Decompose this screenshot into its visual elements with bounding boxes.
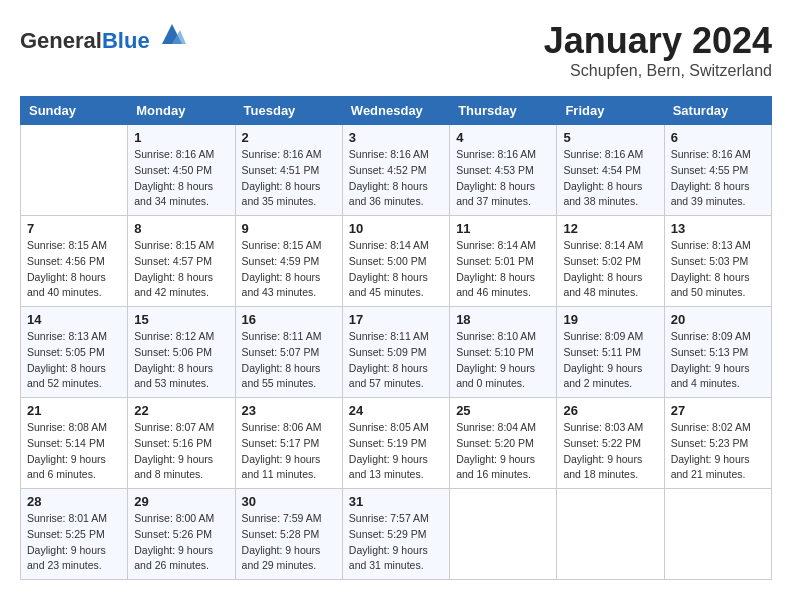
- calendar-cell: 29Sunrise: 8:00 AMSunset: 5:26 PMDayligh…: [128, 489, 235, 580]
- calendar-cell: 17Sunrise: 8:11 AMSunset: 5:09 PMDayligh…: [342, 307, 449, 398]
- calendar-cell: 21Sunrise: 8:08 AMSunset: 5:14 PMDayligh…: [21, 398, 128, 489]
- day-number: 5: [563, 130, 657, 145]
- day-info: Sunrise: 7:59 AMSunset: 5:28 PMDaylight:…: [242, 511, 336, 574]
- day-number: 18: [456, 312, 550, 327]
- calendar-cell: 2Sunrise: 8:16 AMSunset: 4:51 PMDaylight…: [235, 125, 342, 216]
- calendar-cell: 3Sunrise: 8:16 AMSunset: 4:52 PMDaylight…: [342, 125, 449, 216]
- calendar-cell: 30Sunrise: 7:59 AMSunset: 5:28 PMDayligh…: [235, 489, 342, 580]
- day-info: Sunrise: 8:16 AMSunset: 4:50 PMDaylight:…: [134, 147, 228, 210]
- calendar-week-row: 7Sunrise: 8:15 AMSunset: 4:56 PMDaylight…: [21, 216, 772, 307]
- column-header-tuesday: Tuesday: [235, 97, 342, 125]
- day-info: Sunrise: 7:57 AMSunset: 5:29 PMDaylight:…: [349, 511, 443, 574]
- day-info: Sunrise: 8:16 AMSunset: 4:51 PMDaylight:…: [242, 147, 336, 210]
- day-info: Sunrise: 8:00 AMSunset: 5:26 PMDaylight:…: [134, 511, 228, 574]
- calendar-cell: [557, 489, 664, 580]
- day-number: 15: [134, 312, 228, 327]
- calendar-cell: 26Sunrise: 8:03 AMSunset: 5:22 PMDayligh…: [557, 398, 664, 489]
- logo-general-text: General: [20, 28, 102, 53]
- calendar-cell: 5Sunrise: 8:16 AMSunset: 4:54 PMDaylight…: [557, 125, 664, 216]
- logo-icon: [158, 20, 186, 48]
- calendar-cell: 25Sunrise: 8:04 AMSunset: 5:20 PMDayligh…: [450, 398, 557, 489]
- day-info: Sunrise: 8:13 AMSunset: 5:03 PMDaylight:…: [671, 238, 765, 301]
- day-number: 31: [349, 494, 443, 509]
- column-header-friday: Friday: [557, 97, 664, 125]
- calendar-cell: 19Sunrise: 8:09 AMSunset: 5:11 PMDayligh…: [557, 307, 664, 398]
- day-info: Sunrise: 8:03 AMSunset: 5:22 PMDaylight:…: [563, 420, 657, 483]
- calendar-header-row: SundayMondayTuesdayWednesdayThursdayFrid…: [21, 97, 772, 125]
- day-number: 20: [671, 312, 765, 327]
- day-number: 13: [671, 221, 765, 236]
- day-number: 27: [671, 403, 765, 418]
- day-number: 16: [242, 312, 336, 327]
- day-number: 17: [349, 312, 443, 327]
- day-number: 23: [242, 403, 336, 418]
- calendar-table: SundayMondayTuesdayWednesdayThursdayFrid…: [20, 96, 772, 580]
- day-number: 30: [242, 494, 336, 509]
- day-info: Sunrise: 8:15 AMSunset: 4:59 PMDaylight:…: [242, 238, 336, 301]
- day-info: Sunrise: 8:16 AMSunset: 4:53 PMDaylight:…: [456, 147, 550, 210]
- day-number: 21: [27, 403, 121, 418]
- calendar-cell: 28Sunrise: 8:01 AMSunset: 5:25 PMDayligh…: [21, 489, 128, 580]
- day-number: 11: [456, 221, 550, 236]
- calendar-cell: 23Sunrise: 8:06 AMSunset: 5:17 PMDayligh…: [235, 398, 342, 489]
- day-info: Sunrise: 8:08 AMSunset: 5:14 PMDaylight:…: [27, 420, 121, 483]
- calendar-cell: 12Sunrise: 8:14 AMSunset: 5:02 PMDayligh…: [557, 216, 664, 307]
- day-info: Sunrise: 8:07 AMSunset: 5:16 PMDaylight:…: [134, 420, 228, 483]
- day-number: 2: [242, 130, 336, 145]
- calendar-cell: 24Sunrise: 8:05 AMSunset: 5:19 PMDayligh…: [342, 398, 449, 489]
- calendar-cell: 8Sunrise: 8:15 AMSunset: 4:57 PMDaylight…: [128, 216, 235, 307]
- day-number: 25: [456, 403, 550, 418]
- logo-blue-text: Blue: [102, 28, 150, 53]
- calendar-cell: 9Sunrise: 8:15 AMSunset: 4:59 PMDaylight…: [235, 216, 342, 307]
- day-info: Sunrise: 8:14 AMSunset: 5:00 PMDaylight:…: [349, 238, 443, 301]
- day-number: 10: [349, 221, 443, 236]
- day-info: Sunrise: 8:01 AMSunset: 5:25 PMDaylight:…: [27, 511, 121, 574]
- day-info: Sunrise: 8:10 AMSunset: 5:10 PMDaylight:…: [456, 329, 550, 392]
- day-number: 6: [671, 130, 765, 145]
- calendar-cell: 10Sunrise: 8:14 AMSunset: 5:00 PMDayligh…: [342, 216, 449, 307]
- calendar-week-row: 1Sunrise: 8:16 AMSunset: 4:50 PMDaylight…: [21, 125, 772, 216]
- day-number: 14: [27, 312, 121, 327]
- column-header-saturday: Saturday: [664, 97, 771, 125]
- calendar-cell: 14Sunrise: 8:13 AMSunset: 5:05 PMDayligh…: [21, 307, 128, 398]
- column-header-sunday: Sunday: [21, 97, 128, 125]
- calendar-cell: 7Sunrise: 8:15 AMSunset: 4:56 PMDaylight…: [21, 216, 128, 307]
- day-number: 1: [134, 130, 228, 145]
- day-info: Sunrise: 8:09 AMSunset: 5:13 PMDaylight:…: [671, 329, 765, 392]
- day-number: 8: [134, 221, 228, 236]
- logo: GeneralBlue: [20, 20, 186, 53]
- day-info: Sunrise: 8:12 AMSunset: 5:06 PMDaylight:…: [134, 329, 228, 392]
- calendar-cell: 16Sunrise: 8:11 AMSunset: 5:07 PMDayligh…: [235, 307, 342, 398]
- month-title: January 2024: [544, 20, 772, 62]
- calendar-cell: 15Sunrise: 8:12 AMSunset: 5:06 PMDayligh…: [128, 307, 235, 398]
- calendar-cell: 20Sunrise: 8:09 AMSunset: 5:13 PMDayligh…: [664, 307, 771, 398]
- column-header-thursday: Thursday: [450, 97, 557, 125]
- day-info: Sunrise: 8:05 AMSunset: 5:19 PMDaylight:…: [349, 420, 443, 483]
- day-number: 22: [134, 403, 228, 418]
- day-info: Sunrise: 8:09 AMSunset: 5:11 PMDaylight:…: [563, 329, 657, 392]
- calendar-cell: 1Sunrise: 8:16 AMSunset: 4:50 PMDaylight…: [128, 125, 235, 216]
- title-block: January 2024 Schupfen, Bern, Switzerland: [544, 20, 772, 80]
- calendar-week-row: 28Sunrise: 8:01 AMSunset: 5:25 PMDayligh…: [21, 489, 772, 580]
- day-info: Sunrise: 8:15 AMSunset: 4:56 PMDaylight:…: [27, 238, 121, 301]
- calendar-cell: 4Sunrise: 8:16 AMSunset: 4:53 PMDaylight…: [450, 125, 557, 216]
- calendar-cell: [450, 489, 557, 580]
- day-info: Sunrise: 8:16 AMSunset: 4:54 PMDaylight:…: [563, 147, 657, 210]
- day-info: Sunrise: 8:11 AMSunset: 5:07 PMDaylight:…: [242, 329, 336, 392]
- day-info: Sunrise: 8:02 AMSunset: 5:23 PMDaylight:…: [671, 420, 765, 483]
- calendar-week-row: 21Sunrise: 8:08 AMSunset: 5:14 PMDayligh…: [21, 398, 772, 489]
- calendar-cell: 22Sunrise: 8:07 AMSunset: 5:16 PMDayligh…: [128, 398, 235, 489]
- day-number: 7: [27, 221, 121, 236]
- column-header-wednesday: Wednesday: [342, 97, 449, 125]
- day-info: Sunrise: 8:15 AMSunset: 4:57 PMDaylight:…: [134, 238, 228, 301]
- day-info: Sunrise: 8:16 AMSunset: 4:55 PMDaylight:…: [671, 147, 765, 210]
- calendar-cell: 11Sunrise: 8:14 AMSunset: 5:01 PMDayligh…: [450, 216, 557, 307]
- day-number: 4: [456, 130, 550, 145]
- day-info: Sunrise: 8:13 AMSunset: 5:05 PMDaylight:…: [27, 329, 121, 392]
- day-number: 29: [134, 494, 228, 509]
- day-number: 19: [563, 312, 657, 327]
- day-info: Sunrise: 8:14 AMSunset: 5:02 PMDaylight:…: [563, 238, 657, 301]
- calendar-cell: 6Sunrise: 8:16 AMSunset: 4:55 PMDaylight…: [664, 125, 771, 216]
- day-number: 3: [349, 130, 443, 145]
- day-number: 26: [563, 403, 657, 418]
